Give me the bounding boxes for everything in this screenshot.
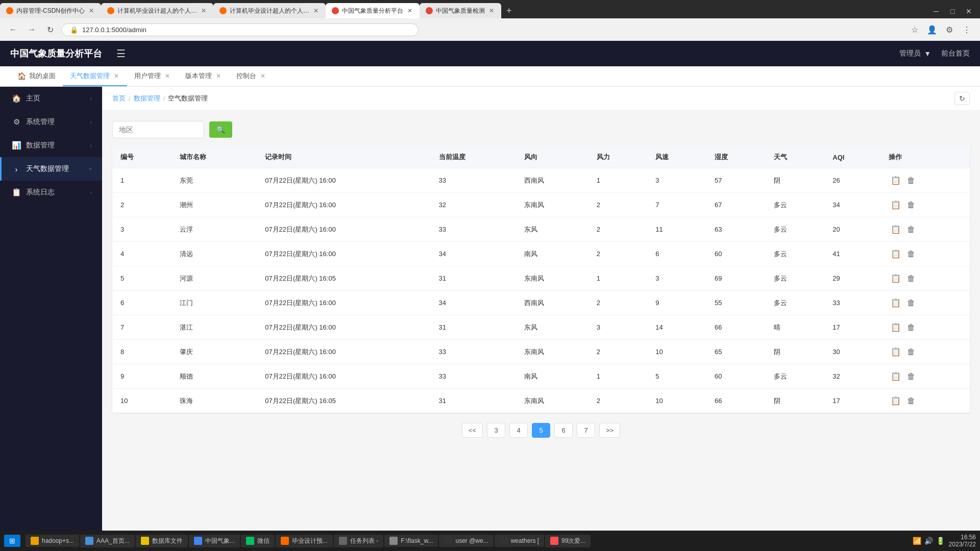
search-icon: 🔍 bbox=[216, 126, 225, 134]
tab-version-close[interactable]: ✕ bbox=[215, 71, 222, 81]
edit-button[interactable]: 📋 bbox=[889, 248, 903, 260]
address-bar[interactable]: 🔒 127.0.0.1:5000/admin bbox=[61, 23, 419, 36]
edit-button[interactable]: 📋 bbox=[889, 370, 903, 382]
edit-button[interactable]: 📋 bbox=[889, 174, 903, 186]
delete-button[interactable]: 🗑 bbox=[905, 297, 917, 309]
refresh-button[interactable]: ↻ bbox=[954, 92, 970, 105]
taskbar-item-8[interactable]: user @we... bbox=[439, 535, 493, 547]
taskbar-item-2[interactable]: 数据库文件 bbox=[136, 535, 188, 547]
menu-icon[interactable]: ⋮ bbox=[960, 22, 974, 37]
taskbar-item-7[interactable]: F:\flask_w... bbox=[384, 535, 438, 547]
tab-close-3[interactable]: ✕ bbox=[312, 6, 320, 15]
sidebar-item-home[interactable]: 🏠 主页 › bbox=[0, 87, 102, 110]
pagination-next[interactable]: >> bbox=[599, 423, 620, 438]
tab-weather-data[interactable]: 天气数据管理 ✕ bbox=[63, 67, 127, 86]
pagination-page-5[interactable]: 5 bbox=[532, 423, 550, 438]
edit-button[interactable]: 📋 bbox=[889, 199, 903, 211]
pagination-page-7[interactable]: 7 bbox=[577, 423, 595, 438]
tab-console[interactable]: 控制台 ✕ bbox=[229, 67, 274, 86]
cell-wind-force: 1 bbox=[589, 168, 648, 193]
frontend-home-link[interactable]: 前台首页 bbox=[941, 49, 970, 58]
tab-version[interactable]: 版本管理 ✕ bbox=[178, 67, 229, 86]
edit-button[interactable]: 📋 bbox=[889, 395, 903, 407]
tab-home[interactable]: 🏠 我的桌面 bbox=[10, 67, 63, 86]
sidebar-item-sysmanage[interactable]: ⚙ 系统管理 › bbox=[0, 110, 102, 134]
header-menu-button[interactable]: ☰ bbox=[112, 45, 130, 62]
search-input[interactable] bbox=[112, 121, 204, 138]
taskbar-item-4[interactable]: 微信 bbox=[241, 535, 275, 547]
browser-tab-2[interactable]: 计算机毕业设计超人的个人空间... ✕ bbox=[101, 3, 213, 18]
cell-temp: 31 bbox=[431, 389, 517, 413]
delete-button[interactable]: 🗑 bbox=[905, 371, 917, 382]
cell-wind-speed: 6 bbox=[647, 242, 706, 266]
delete-button[interactable]: 🗑 bbox=[905, 322, 917, 333]
minimize-button[interactable]: ─ bbox=[929, 4, 943, 18]
pagination-page-4[interactable]: 4 bbox=[509, 423, 528, 438]
browser-tab-3[interactable]: 计算机毕业设计超人的个人空间... ✕ bbox=[213, 3, 326, 18]
tab-close-1[interactable]: ✕ bbox=[88, 6, 95, 15]
reload-button[interactable]: ↻ bbox=[43, 22, 57, 37]
tab-weather-close[interactable]: ✕ bbox=[113, 71, 120, 81]
browser-tab-4[interactable]: 中国气象质量分析平台 ✕ bbox=[326, 3, 420, 18]
browser-tab-5[interactable]: 中国气象质量检测 ✕ bbox=[420, 3, 501, 18]
delete-button[interactable]: 🗑 bbox=[905, 346, 917, 358]
taskbar-item-10[interactable]: 99次爱... bbox=[545, 535, 591, 547]
taskbar-item-9[interactable]: weathers [ bbox=[495, 535, 544, 547]
edit-button[interactable]: 📋 bbox=[889, 321, 903, 333]
breadcrumb-sep-1: / bbox=[129, 95, 131, 103]
battery-icon[interactable]: 🔋 bbox=[936, 537, 945, 545]
new-tab-button[interactable]: + bbox=[501, 3, 517, 18]
edit-button[interactable]: 📋 bbox=[889, 223, 903, 235]
cell-wind-force: 2 bbox=[589, 193, 648, 217]
pagination-prev[interactable]: << bbox=[462, 423, 483, 438]
edit-button[interactable]: 📋 bbox=[889, 272, 903, 284]
delete-button[interactable]: 🗑 bbox=[905, 224, 917, 235]
cell-action: 📋 🗑 bbox=[880, 364, 970, 389]
breadcrumb-data[interactable]: 数据管理 bbox=[134, 94, 160, 103]
start-button[interactable]: ⊞ bbox=[4, 535, 20, 547]
bookmark-icon[interactable]: ☆ bbox=[908, 22, 922, 37]
delete-button[interactable]: 🗑 bbox=[905, 273, 917, 284]
cell-weather: 多云 bbox=[766, 266, 825, 291]
sidebar-item-syslog[interactable]: 📋 系统日志 › bbox=[0, 181, 102, 204]
close-button[interactable]: ✕ bbox=[962, 4, 976, 18]
browser-tab-1[interactable]: 内容管理-CSDN创作中心 ✕ bbox=[0, 3, 101, 18]
extensions-icon[interactable]: ⚙ bbox=[942, 22, 957, 37]
cell-humidity: 69 bbox=[706, 266, 766, 291]
cell-temp: 31 bbox=[431, 266, 517, 291]
maximize-button[interactable]: □ bbox=[945, 4, 960, 18]
profile-icon[interactable]: 👤 bbox=[925, 22, 939, 37]
taskbar-right: 📶 🔊 🔋 16:56 2023/7/22 bbox=[913, 534, 976, 548]
tab-console-close[interactable]: ✕ bbox=[259, 71, 266, 81]
network-icon[interactable]: 📶 bbox=[913, 537, 921, 545]
taskbar-item-0[interactable]: hadoop+s... bbox=[26, 535, 79, 547]
tab-close-5[interactable]: ✕ bbox=[488, 6, 495, 15]
weatherdata-expand-icon: › bbox=[88, 168, 94, 170]
admin-dropdown[interactable]: 管理员 ▼ bbox=[899, 49, 931, 58]
taskbar-item-6[interactable]: 任务列表 - bbox=[334, 535, 383, 547]
table-row: 2 潮州 07月22日(星期六) 16:00 32 东南风 2 7 67 多云 … bbox=[112, 193, 970, 217]
delete-button[interactable]: 🗑 bbox=[905, 395, 917, 407]
volume-icon[interactable]: 🔊 bbox=[924, 537, 933, 545]
cell-city: 肇庆 bbox=[172, 340, 257, 364]
sidebar-item-weatherdata[interactable]: › 天气数据管理 › bbox=[0, 157, 102, 181]
tab-users-close[interactable]: ✕ bbox=[164, 71, 171, 81]
edit-button[interactable]: 📋 bbox=[889, 346, 903, 358]
forward-button[interactable]: → bbox=[24, 22, 39, 37]
delete-button[interactable]: 🗑 bbox=[905, 199, 917, 211]
delete-button[interactable]: 🗑 bbox=[905, 175, 917, 186]
search-button[interactable]: 🔍 bbox=[209, 121, 232, 138]
tab-close-4[interactable]: ✕ bbox=[406, 6, 413, 15]
taskbar-item-1[interactable]: AAA_首页... bbox=[80, 535, 135, 547]
taskbar-item-5[interactable]: 毕业设计预... bbox=[276, 535, 333, 547]
sidebar-item-datamanage[interactable]: 📊 数据管理 › bbox=[0, 134, 102, 157]
delete-button[interactable]: 🗑 bbox=[905, 248, 917, 260]
edit-button[interactable]: 📋 bbox=[889, 297, 903, 309]
taskbar-item-3[interactable]: 中国气象... bbox=[189, 535, 240, 547]
pagination-page-6[interactable]: 6 bbox=[554, 423, 573, 438]
back-button[interactable]: ← bbox=[6, 22, 20, 37]
tab-close-2[interactable]: ✕ bbox=[200, 6, 207, 15]
breadcrumb-home[interactable]: 首页 bbox=[112, 94, 126, 103]
pagination-page-3[interactable]: 3 bbox=[487, 423, 505, 438]
tab-users[interactable]: 用户管理 ✕ bbox=[127, 67, 178, 86]
